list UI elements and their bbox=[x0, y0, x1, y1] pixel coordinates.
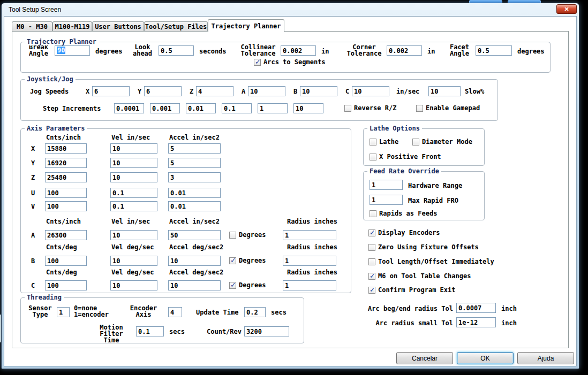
step-increments-label: Step Increments bbox=[43, 105, 101, 112]
facet-angle-input[interactable] bbox=[476, 45, 512, 56]
axis-c-radius-input[interactable] bbox=[283, 280, 336, 290]
sensor-type-label: Sensor Type bbox=[26, 305, 55, 318]
m6-on-tool-table-changes-checkbox[interactable]: M6 on Tool Table Changes bbox=[368, 272, 471, 280]
jog-slow-label: Slow% bbox=[465, 88, 484, 95]
motion-filter-time-input[interactable] bbox=[136, 326, 164, 336]
axis-u-accel-input[interactable] bbox=[168, 188, 221, 198]
tab-trajectory-planner[interactable]: Trajectory Planner bbox=[208, 19, 284, 32]
axis-y-accel-input[interactable] bbox=[168, 158, 221, 168]
motion-filter-time-unit: secs bbox=[169, 328, 185, 335]
reverse-rz-checkbox[interactable]: Reverse R/Z bbox=[344, 104, 396, 112]
checkbox-box-icon bbox=[229, 282, 236, 289]
jog-axis-c-label: C bbox=[345, 88, 349, 95]
axis-v-accel-input[interactable] bbox=[168, 201, 221, 211]
axis-b-radius-input[interactable] bbox=[283, 256, 336, 266]
checkbox-box-icon bbox=[368, 244, 375, 251]
tab-label: Tool/Setup Files bbox=[145, 23, 207, 30]
arcs-to-segments-checkbox[interactable]: Arcs to Segments bbox=[254, 58, 326, 66]
axis-a-accel-input[interactable] bbox=[168, 230, 221, 240]
step-increment-6-input[interactable] bbox=[293, 103, 323, 113]
axis-a-radius-input[interactable] bbox=[283, 230, 336, 240]
step-increment-3-input[interactable] bbox=[186, 103, 216, 113]
axis-z-accel-input[interactable] bbox=[168, 172, 221, 182]
step-increment-1-input[interactable] bbox=[114, 103, 144, 113]
max-rapid-fro-input[interactable] bbox=[370, 195, 403, 205]
corner-tolerance-unit: in bbox=[427, 48, 435, 55]
jog-speed-b-input[interactable] bbox=[300, 86, 337, 96]
axis-c-label: C bbox=[31, 282, 35, 289]
count-rev-input[interactable] bbox=[244, 326, 289, 336]
axis-z-cnts-input[interactable] bbox=[45, 172, 87, 182]
x-positive-front-checkbox[interactable]: X Positive Front bbox=[370, 153, 441, 160]
col-header-accel: Accel in/sec2 bbox=[169, 134, 220, 141]
checkbox-label: Rapids as Feeds bbox=[379, 210, 437, 217]
rapids-as-feeds-checkbox[interactable]: Rapids as Feeds bbox=[370, 210, 437, 217]
tab-label: Trajectory Planner bbox=[211, 22, 281, 30]
axis-y-cnts-input[interactable] bbox=[45, 158, 87, 168]
diameter-mode-checkbox[interactable]: Diameter Mode bbox=[412, 138, 472, 146]
axis-c-degrees-checkbox[interactable]: Degrees bbox=[229, 281, 266, 289]
break-angle-input[interactable]: 90 bbox=[55, 45, 90, 56]
axis-c-vel-input[interactable] bbox=[110, 280, 157, 290]
axis-a-vel-input[interactable] bbox=[110, 230, 157, 240]
arc-beg-end-radius-tol-input[interactable] bbox=[456, 303, 496, 313]
axis-x-vel-input[interactable] bbox=[110, 143, 157, 154]
arc-beg-end-radius-tol-unit: inch bbox=[501, 305, 517, 312]
tab-m0-m30[interactable]: M0 - M30 bbox=[12, 21, 52, 31]
axis-c-header-radius: Radius inches bbox=[287, 269, 337, 276]
axis-y-vel-input[interactable] bbox=[110, 158, 157, 168]
jog-speed-c-input[interactable] bbox=[352, 86, 389, 96]
ok-button[interactable]: OK bbox=[457, 352, 514, 364]
axis-b-vel-input[interactable] bbox=[110, 256, 157, 266]
tab-m100-m119[interactable]: M100-M119 bbox=[52, 21, 92, 31]
count-rev-label: Count/Rev bbox=[207, 328, 242, 335]
corner-tolerance-input[interactable] bbox=[387, 45, 422, 56]
axis-v-vel-input[interactable] bbox=[110, 201, 157, 211]
jog-speed-a-input[interactable] bbox=[248, 86, 285, 96]
axis-c-cnts-input[interactable] bbox=[45, 280, 87, 290]
help-button[interactable]: Ajuda bbox=[517, 352, 574, 364]
arc-radius-small-tol-input[interactable] bbox=[456, 317, 496, 327]
display-encoders-checkbox[interactable]: Display Encoders bbox=[368, 229, 440, 236]
lathe-checkbox[interactable]: Lathe bbox=[370, 138, 398, 146]
step-increment-5-input[interactable] bbox=[258, 103, 288, 113]
hardware-range-input[interactable] bbox=[370, 180, 403, 190]
axis-a-degrees-checkbox[interactable]: Degrees bbox=[229, 231, 266, 239]
axis-x-cnts-input[interactable] bbox=[45, 143, 87, 154]
checkbox-label: Degrees bbox=[239, 257, 266, 264]
axis-a-label: A bbox=[31, 232, 35, 239]
step-increment-2-input[interactable] bbox=[150, 103, 180, 113]
tool-length-offset-immediately-checkbox[interactable]: Tool Length/Offset Immediately bbox=[368, 258, 494, 265]
checkbox-label: Degrees bbox=[239, 231, 266, 239]
checkbox-box-icon bbox=[368, 273, 375, 280]
encoder-axis-input[interactable] bbox=[168, 307, 182, 317]
axis-b-cnts-input[interactable] bbox=[45, 256, 87, 266]
axis-v-cnts-input[interactable] bbox=[45, 201, 87, 211]
axis-z-vel-input[interactable] bbox=[110, 172, 157, 182]
collinear-tolerance-input[interactable] bbox=[281, 45, 316, 56]
axis-b-degrees-checkbox[interactable]: Degrees bbox=[229, 257, 266, 264]
enable-gamepad-checkbox[interactable]: Enable Gamepad bbox=[416, 104, 480, 112]
axis-b-accel-input[interactable] bbox=[168, 256, 221, 266]
encoder-axis-label: Encoder Axis bbox=[127, 305, 160, 318]
axis-x-accel-input[interactable] bbox=[168, 143, 221, 154]
sensor-type-input[interactable] bbox=[57, 307, 70, 317]
step-increment-4-input[interactable] bbox=[222, 103, 252, 113]
axis-b-header-accel: Accel deg/sec2 bbox=[169, 243, 223, 251]
tab-tool-setup-files[interactable]: Tool/Setup Files bbox=[144, 21, 208, 31]
close-button[interactable]: ✕ bbox=[556, 4, 577, 14]
zero-using-fixture-offsets-checkbox[interactable]: Zero Using Fixture Offsets bbox=[368, 243, 479, 251]
tab-user-buttons[interactable]: User Buttons bbox=[92, 21, 144, 31]
jog-slow-input[interactable] bbox=[428, 86, 461, 96]
update-time-input[interactable] bbox=[244, 307, 266, 317]
axis-u-cnts-input[interactable] bbox=[45, 188, 87, 198]
jog-speed-z-input[interactable] bbox=[196, 86, 233, 96]
cancel-button[interactable]: Cancelar bbox=[396, 352, 453, 364]
jog-speed-x-input[interactable] bbox=[92, 86, 130, 96]
confirm-program-exit-checkbox[interactable]: Confirm Program Exit bbox=[368, 286, 456, 294]
axis-c-accel-input[interactable] bbox=[168, 280, 221, 290]
axis-a-cnts-input[interactable] bbox=[45, 230, 87, 240]
axis-u-vel-input[interactable] bbox=[110, 188, 157, 198]
jog-speed-y-input[interactable] bbox=[144, 86, 182, 96]
look-ahead-input[interactable] bbox=[159, 45, 194, 56]
